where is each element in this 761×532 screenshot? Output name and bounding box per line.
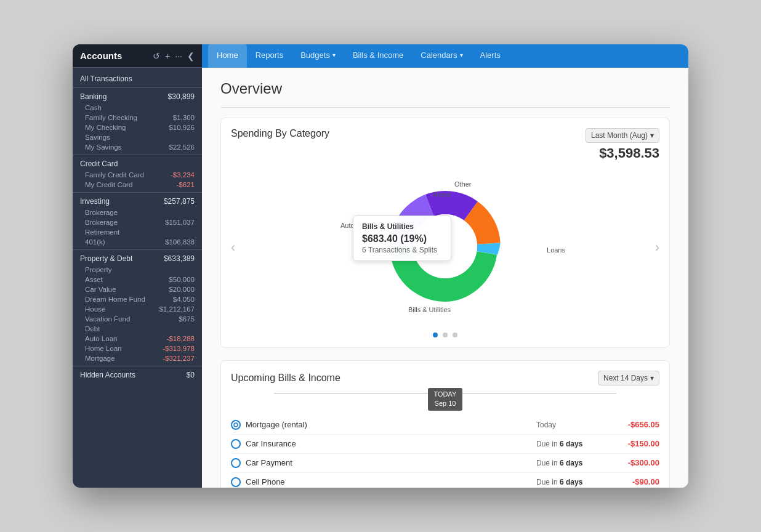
sidebar-title: Accounts xyxy=(80,50,148,61)
sidebar-sub-my-cc[interactable]: My Credit Card -$621 xyxy=(73,180,202,190)
dropdown-arrow: ▾ xyxy=(650,131,654,140)
chart-dot-1[interactable] xyxy=(433,332,438,337)
refresh-icon[interactable]: ↺ xyxy=(153,51,160,61)
tab-bills-income[interactable]: Bills & Income xyxy=(344,44,412,68)
today-marker: TODAY Sep 10 xyxy=(428,388,463,411)
period-dropdown[interactable]: Last Month (Aug) ▾ xyxy=(586,128,659,143)
bill-name-mortgage: Mortgage (rental) xyxy=(246,420,536,429)
main-content: Home Reports Budgets ▾ Bills & Income Ca… xyxy=(202,44,688,488)
calendars-chevron: ▾ xyxy=(460,52,463,58)
sidebar-sub-asset[interactable]: Asset $50,000 xyxy=(73,275,202,284)
donut-chart: Bills & Utilities $683.40 (19%) 6 Transa… xyxy=(359,175,531,320)
banking-total: $30,899 xyxy=(168,92,195,101)
bills-header: Upcoming Bills & Income Next 14 Days ▾ xyxy=(231,371,659,385)
section-divider xyxy=(220,107,670,108)
bills-title: Upcoming Bills & Income xyxy=(231,373,340,384)
sidebar-sub-savings-header: Savings xyxy=(73,132,202,142)
bill-due-car-insurance: Due in 6 days xyxy=(536,440,598,448)
tab-alerts[interactable]: Alerts xyxy=(472,44,509,68)
chart-right: Last Month (Aug) ▾ $3,598.53 xyxy=(586,128,659,161)
bill-icon-car-insurance xyxy=(231,439,241,449)
sidebar-sub-cash[interactable]: Cash xyxy=(73,103,202,113)
sidebar-sub-house[interactable]: House $1,212,167 xyxy=(73,304,202,314)
sidebar-sub-mortgage[interactable]: Mortgage -$321,237 xyxy=(73,353,202,363)
overview-content: Overview Spending By Category Last Month… xyxy=(202,68,688,488)
chart-dot-3[interactable] xyxy=(453,332,457,337)
chart-next-button[interactable]: › xyxy=(655,240,659,256)
chart-tooltip: Bills & Utilities $683.40 (19%) 6 Transa… xyxy=(353,216,451,261)
sidebar-sub-family-cc[interactable]: Family Credit Card -$3,234 xyxy=(73,170,202,180)
add-icon[interactable]: + xyxy=(165,51,170,61)
tab-budgets[interactable]: Budgets ▾ xyxy=(292,44,344,68)
bill-due-mortgage: Today xyxy=(536,421,598,429)
sidebar-sub-property: Property xyxy=(73,265,202,275)
bills-table: Mortgage (rental) Today -$656.05 Car Ins… xyxy=(231,416,659,488)
nav-bar: Home Reports Budgets ▾ Bills & Income Ca… xyxy=(202,44,688,68)
sidebar-item-all-transactions[interactable]: All Transactions xyxy=(73,73,202,85)
bill-row-car-insurance[interactable]: Car Insurance Due in 6 days -$150.00 xyxy=(231,435,659,454)
sidebar-item-banking[interactable]: Banking $30,899 xyxy=(73,91,202,103)
sidebar-sub-my-savings[interactable]: My Savings $22,526 xyxy=(73,142,202,152)
bill-row-car-payment[interactable]: Car Payment Due in 6 days -$300.00 xyxy=(231,454,659,473)
sidebar-sub-retirement: Retirement xyxy=(73,227,202,237)
budgets-chevron: ▾ xyxy=(332,52,336,58)
sidebar-sub-debt: Debt xyxy=(73,324,202,334)
bill-icon-car-payment xyxy=(231,458,241,468)
svg-point-3 xyxy=(234,423,238,427)
bill-amount-car-insurance: -$150.00 xyxy=(610,439,659,448)
sidebar-content: All Transactions Banking $30,899 Cash Fa… xyxy=(73,68,202,488)
collapse-icon[interactable]: ❮ xyxy=(187,51,195,61)
chart-dots xyxy=(231,332,659,337)
investing-label: Investing xyxy=(80,197,110,206)
bills-dropdown-arrow: ▾ xyxy=(650,374,654,382)
sidebar-item-investing[interactable]: Investing $257,875 xyxy=(73,195,202,208)
bill-icon-cell-phone xyxy=(231,477,241,487)
bill-row-mortgage[interactable]: Mortgage (rental) Today -$656.05 xyxy=(231,416,659,435)
tab-reports[interactable]: Reports xyxy=(247,44,292,68)
bill-name-car-payment: Car Payment xyxy=(246,458,536,467)
all-transactions-label: All Transactions xyxy=(80,75,132,83)
sidebar-sub-brokerage-header: Brokerage xyxy=(73,208,202,217)
app-window: Accounts ↺ + ··· ❮ All Transactions Bank… xyxy=(73,44,688,488)
sidebar-item-credit-card[interactable]: Credit Card xyxy=(73,158,202,170)
sidebar-item-property-debt[interactable]: Property & Debt $633,389 xyxy=(73,252,202,265)
chart-total: $3,598.53 xyxy=(599,145,659,161)
chart-prev-button[interactable]: ‹ xyxy=(231,240,235,256)
tab-calendars[interactable]: Calendars ▾ xyxy=(412,44,471,68)
bills-section: Upcoming Bills & Income Next 14 Days ▾ T… xyxy=(220,360,670,488)
sidebar-item-hidden[interactable]: Hidden Accounts $0 xyxy=(73,369,202,381)
bill-row-cell-phone[interactable]: Cell Phone Due in 6 days -$90.00 xyxy=(231,473,659,488)
sidebar-sub-auto-loan[interactable]: Auto Loan -$18,288 xyxy=(73,334,202,344)
bill-amount-car-payment: -$300.00 xyxy=(610,458,659,467)
sidebar-sub-car-value[interactable]: Car Value $20,000 xyxy=(73,284,202,294)
bill-name-car-insurance: Car Insurance xyxy=(246,439,536,448)
tooltip-title: Bills & Utilities xyxy=(362,222,442,231)
donut-wrapper: ‹ xyxy=(231,167,659,328)
sidebar-header: Accounts ↺ + ··· ❮ xyxy=(73,44,202,68)
credit-card-label: Credit Card xyxy=(80,159,118,168)
bills-period-dropdown[interactable]: Next 14 Days ▾ xyxy=(598,371,659,385)
bill-amount-cell-phone: -$90.00 xyxy=(610,477,659,486)
bill-due-cell-phone: Due in 6 days xyxy=(536,478,598,486)
sidebar: Accounts ↺ + ··· ❮ All Transactions Bank… xyxy=(73,44,202,488)
property-debt-total: $633,389 xyxy=(164,254,195,263)
more-icon[interactable]: ··· xyxy=(175,51,182,61)
bill-due-car-payment: Due in 6 days xyxy=(536,459,598,467)
tab-home[interactable]: Home xyxy=(208,44,247,68)
property-debt-label: Property & Debt xyxy=(80,254,132,263)
bill-icon-mortgage xyxy=(231,420,241,430)
spending-chart-section: Spending By Category Last Month (Aug) ▾ … xyxy=(220,118,670,348)
chart-dot-2[interactable] xyxy=(443,332,448,337)
sidebar-sub-home-loan[interactable]: Home Loan -$313,978 xyxy=(73,344,202,353)
sidebar-sub-family-checking[interactable]: Family Checking $1,300 xyxy=(73,113,202,123)
investing-total: $257,875 xyxy=(164,197,195,206)
sidebar-sub-dream-home[interactable]: Dream Home Fund $4,050 xyxy=(73,294,202,304)
label-loans: Loans xyxy=(547,246,565,254)
sidebar-sub-brokerage[interactable]: Brokerage $151,037 xyxy=(73,217,202,227)
sidebar-sub-401k[interactable]: 401(k) $106,838 xyxy=(73,237,202,247)
bill-name-cell-phone: Cell Phone xyxy=(246,477,536,486)
sidebar-sub-vacation[interactable]: Vacation Fund $675 xyxy=(73,314,202,324)
chart-controls: Spending By Category Last Month (Aug) ▾ … xyxy=(231,128,659,161)
sidebar-sub-my-checking[interactable]: My Checking $10,926 xyxy=(73,123,202,132)
tooltip-amount: $683.40 (19%) xyxy=(362,233,442,244)
